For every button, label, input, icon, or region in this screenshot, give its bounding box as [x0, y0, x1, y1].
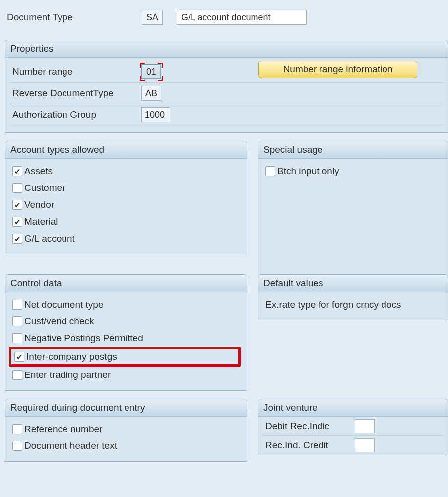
list-item: Cust/vend check	[9, 313, 243, 330]
properties-title: Properties	[5, 40, 448, 58]
list-item: Vendor	[9, 196, 243, 213]
number-range-label: Number range	[12, 66, 141, 77]
net-doc-type-checkbox[interactable]	[12, 300, 22, 310]
account-types-title: Account types allowed	[5, 141, 247, 159]
customer-checkbox[interactable]	[12, 183, 22, 193]
required-entry-title: Required during document entry	[5, 399, 247, 417]
inter-company-postings-label: Inter-company postgs	[26, 351, 117, 362]
authorization-group-input[interactable]	[141, 107, 170, 122]
list-item: Inter-company postgs	[11, 349, 238, 364]
list-item: Assets	[9, 163, 243, 180]
enter-trading-partner-label: Enter trading partner	[24, 370, 111, 380]
negative-postings-checkbox[interactable]	[12, 333, 22, 343]
inter-company-postings-checkbox[interactable]	[14, 352, 24, 362]
special-usage-panel: Special usage Btch input only	[258, 141, 448, 274]
gl-account-checkbox[interactable]	[12, 234, 22, 244]
list-item: Net document type	[9, 296, 243, 313]
control-data-title: Control data	[5, 275, 247, 292]
highlight-box: Inter-company postgs	[9, 347, 241, 367]
batch-input-only-label: Btch input only	[277, 166, 339, 177]
number-range-info-button[interactable]: Number range information	[258, 61, 417, 78]
list-item: Negative Postings Permitted	[9, 330, 243, 347]
batch-input-only-checkbox[interactable]	[265, 166, 275, 176]
authorization-group-label: Authorization Group	[12, 109, 141, 120]
control-data-panel: Control data Net document type Cust/vend…	[5, 274, 247, 391]
vendor-checkbox[interactable]	[12, 200, 22, 210]
cust-vend-check-checkbox[interactable]	[12, 316, 22, 326]
list-item: Enter trading partner	[9, 367, 243, 383]
document-header-text-label: Document header text	[24, 440, 117, 451]
reference-number-checkbox[interactable]	[12, 424, 22, 434]
properties-panel: Properties Number range Reverse Document…	[5, 40, 448, 133]
vendor-label: Vendor	[24, 199, 54, 210]
cust-vend-check-label: Cust/vend check	[24, 316, 94, 327]
list-item: Document header text	[9, 437, 243, 454]
material-checkbox[interactable]	[12, 217, 22, 227]
document-type-desc-input[interactable]	[177, 10, 307, 25]
joint-venture-title: Joint venture	[258, 399, 448, 417]
material-label: Material	[24, 216, 58, 227]
negative-postings-label: Negative Postings Permitted	[24, 333, 143, 344]
debit-rec-indic-input[interactable]	[355, 419, 375, 433]
document-type-label: Document Type	[7, 12, 136, 23]
account-types-panel: Account types allowed Assets Customer Ve…	[5, 141, 247, 254]
assets-checkbox[interactable]	[12, 166, 22, 176]
rec-ind-credit-input[interactable]	[355, 438, 375, 452]
reverse-doc-type-input[interactable]	[141, 86, 161, 101]
document-type-code-input[interactable]	[142, 10, 163, 25]
enter-trading-partner-checkbox[interactable]	[12, 370, 22, 380]
default-values-title: Default values	[258, 275, 448, 292]
joint-venture-panel: Joint venture Debit Rec.Indic Rec.Ind. C…	[258, 399, 448, 455]
debit-rec-indic-label: Debit Rec.Indic	[265, 421, 355, 432]
special-usage-title: Special usage	[258, 141, 448, 159]
rec-ind-credit-label: Rec.Ind. Credit	[265, 440, 355, 451]
assets-label: Assets	[24, 166, 53, 177]
net-doc-type-label: Net document type	[24, 299, 103, 310]
gl-account-label: G/L account	[24, 233, 75, 244]
document-header-text-checkbox[interactable]	[12, 441, 22, 451]
reverse-doc-type-label: Reverse DocumentType	[12, 88, 141, 99]
list-item: Customer	[9, 180, 243, 196]
default-values-panel: Default values Ex.rate type for forgn cr…	[258, 274, 448, 320]
ex-rate-type-label: Ex.rate type for forgn crncy docs	[265, 299, 441, 310]
reference-number-label: Reference number	[24, 424, 102, 435]
list-item: Reference number	[9, 421, 243, 437]
customer-label: Customer	[24, 183, 65, 193]
list-item: G/L account	[9, 230, 243, 247]
list-item: Material	[9, 213, 243, 230]
list-item: Btch input only	[262, 163, 444, 180]
required-entry-panel: Required during document entry Reference…	[5, 399, 247, 462]
